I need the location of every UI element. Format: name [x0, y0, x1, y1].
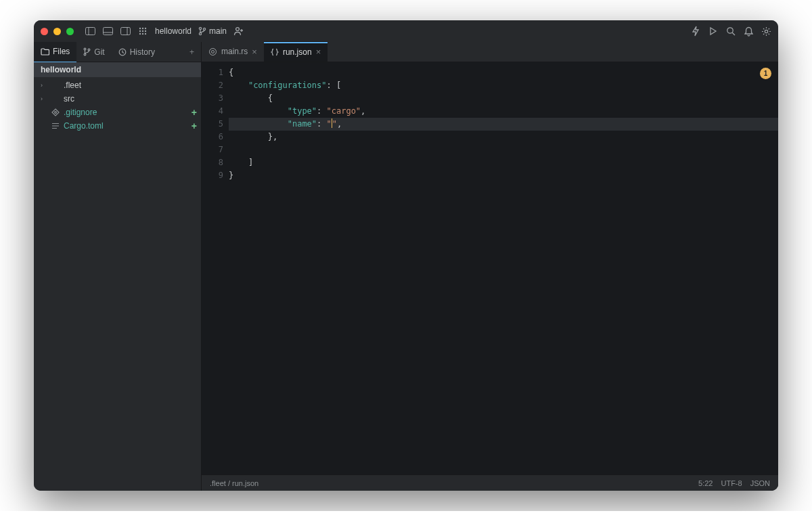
line-number[interactable]: 8: [202, 156, 229, 169]
git-icon: [83, 47, 91, 56]
folder-icon: [41, 48, 49, 56]
close-tab-icon[interactable]: ×: [252, 47, 257, 57]
code-line[interactable]: "type": "cargo",: [229, 105, 778, 118]
svg-point-8: [145, 28, 146, 29]
json-file-icon: [271, 48, 279, 56]
editor[interactable]: 1 123456789 { "configurations": [ { "typ…: [202, 62, 778, 474]
tree-folder[interactable]: ›src: [34, 92, 201, 106]
cursor-position[interactable]: 5:22: [698, 479, 713, 487]
add-collaborator-icon[interactable]: [233, 26, 244, 37]
file-icon: [51, 122, 60, 130]
titlebar: helloworld main: [34, 20, 778, 42]
tree-file[interactable]: Cargo.toml+: [34, 119, 201, 133]
chevron-right-icon: ›: [41, 95, 47, 102]
sidebar: Files Git History + helloworld ›.fleet›s…: [34, 42, 202, 491]
sidebar-tabs: Files Git History +: [34, 42, 201, 62]
code-line[interactable]: ]: [229, 156, 778, 169]
svg-point-13: [142, 33, 143, 35]
line-number[interactable]: 7: [202, 143, 229, 156]
svg-point-6: [139, 28, 141, 29]
svg-point-22: [84, 53, 86, 56]
run-icon[interactable]: [708, 26, 719, 37]
sidebar-tab-label: History: [130, 47, 155, 57]
code-content[interactable]: { "configurations": [ { "type": "cargo",…: [229, 62, 778, 474]
left-panel-toggle-icon[interactable]: [85, 26, 95, 37]
panel-toggles: [85, 26, 148, 37]
sidebar-tab-history[interactable]: History: [112, 42, 162, 62]
svg-point-30: [212, 50, 215, 53]
svg-point-9: [139, 30, 141, 32]
line-number[interactable]: 2: [202, 79, 229, 92]
svg-point-20: [765, 30, 767, 32]
tree-folder[interactable]: ›.fleet: [34, 79, 201, 92]
code-line[interactable]: },: [229, 131, 778, 143]
chevron-right-icon: ›: [41, 82, 47, 89]
tree-file[interactable]: .gitignore+: [34, 106, 201, 119]
language-indicator[interactable]: JSON: [750, 479, 770, 487]
code-line[interactable]: {: [229, 66, 778, 79]
svg-point-7: [142, 28, 143, 29]
close-tab-icon[interactable]: ×: [316, 47, 321, 57]
minimize-window-button[interactable]: [53, 28, 61, 35]
git-added-icon: +: [191, 107, 197, 118]
svg-rect-4: [120, 28, 130, 35]
notifications-icon[interactable]: [743, 26, 754, 37]
line-gutter: 123456789: [202, 62, 229, 474]
breadcrumb-dir: .fleet: [210, 479, 226, 487]
svg-point-15: [199, 27, 201, 29]
sidebar-tab-files[interactable]: Files: [34, 42, 76, 63]
search-icon[interactable]: [725, 26, 736, 37]
settings-icon[interactable]: [761, 26, 771, 37]
code-line[interactable]: [229, 143, 778, 156]
right-panel-toggle-icon[interactable]: [120, 26, 131, 37]
encoding-indicator[interactable]: UTF-8: [721, 479, 742, 487]
svg-point-19: [727, 28, 733, 33]
editor-tabs: main.rs×run.json×: [202, 42, 778, 62]
zoom-window-button[interactable]: [66, 28, 74, 35]
git-added-icon: +: [191, 120, 197, 131]
smart-mode-icon[interactable]: [690, 26, 701, 37]
line-number[interactable]: 6: [202, 131, 229, 143]
line-number[interactable]: 9: [202, 169, 229, 182]
svg-point-29: [210, 48, 217, 55]
code-line[interactable]: "name": "",: [229, 118, 778, 131]
editor-tab[interactable]: run.json×: [264, 41, 328, 62]
tree-item-label: Cargo.toml: [64, 121, 188, 131]
editor-tab[interactable]: main.rs×: [202, 41, 264, 62]
close-window-button[interactable]: [41, 28, 48, 35]
breadcrumb-file: run.json: [232, 479, 258, 487]
tree-item-label: .gitignore: [64, 108, 188, 117]
breadcrumb-sep: /: [226, 479, 232, 487]
breadcrumb[interactable]: .fleet / run.json: [210, 479, 258, 487]
sidebar-tab-git[interactable]: Git: [76, 42, 111, 62]
svg-point-21: [84, 48, 86, 50]
line-number[interactable]: 4: [202, 105, 229, 118]
line-number[interactable]: 5: [202, 118, 229, 131]
branch-name: main: [209, 26, 227, 36]
code-line[interactable]: "configurations": [: [229, 79, 778, 92]
editor-tab-label: main.rs: [221, 47, 248, 56]
apps-grid-icon[interactable]: [137, 26, 148, 37]
branch-icon: [198, 26, 206, 36]
branch-indicator[interactable]: main: [198, 26, 227, 36]
svg-point-14: [145, 33, 146, 35]
svg-rect-0: [85, 28, 95, 35]
window-controls: [41, 28, 74, 35]
project-root[interactable]: helloworld: [34, 62, 201, 77]
sidebar-tab-label: Git: [94, 47, 104, 57]
tree-item-label: .fleet: [64, 81, 197, 90]
sidebar-tab-label: Files: [53, 47, 70, 56]
line-number[interactable]: 3: [202, 92, 229, 105]
code-line[interactable]: }: [229, 169, 778, 182]
project-title[interactable]: helloworld: [155, 26, 191, 36]
statusbar: .fleet / run.json 5:22 UTF-8 JSON: [202, 474, 778, 491]
line-number[interactable]: 1: [202, 66, 229, 79]
add-sidebar-tab-button[interactable]: +: [183, 47, 201, 57]
bottom-panel-toggle-icon[interactable]: [102, 26, 113, 37]
svg-point-10: [142, 30, 143, 32]
file-tree: ›.fleet›src.gitignore+Cargo.toml+: [34, 77, 201, 491]
svg-point-23: [88, 49, 90, 51]
svg-rect-2: [103, 28, 112, 35]
code-line[interactable]: {: [229, 92, 778, 105]
file-icon: [51, 108, 60, 116]
